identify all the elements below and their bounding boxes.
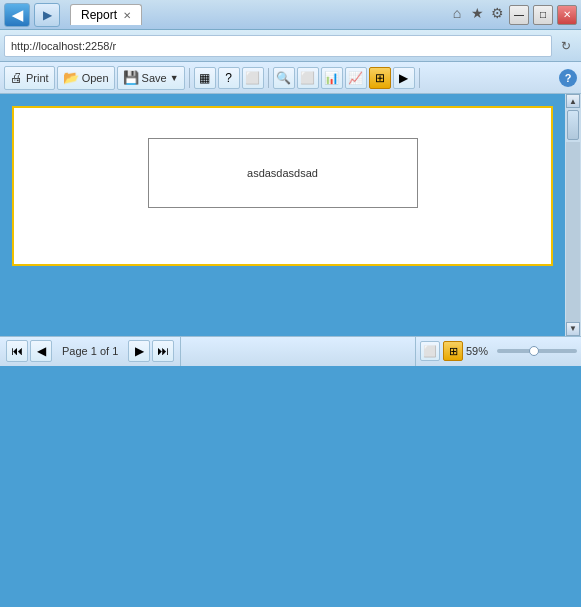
- title-bar-controls: ⌂ ★ ⚙ — □ ✕: [449, 5, 577, 25]
- tab-label: Report: [81, 8, 117, 22]
- save-dropdown-icon[interactable]: ▼: [170, 73, 179, 83]
- tb-btn-4[interactable]: 🔍: [273, 67, 295, 89]
- tb-btn-active[interactable]: ⊞: [369, 67, 391, 89]
- maximize-button[interactable]: □: [533, 5, 553, 25]
- close-button[interactable]: ✕: [557, 5, 577, 25]
- zoom-section: ⬜ ⊞ 59%: [415, 337, 581, 366]
- view-fit-button[interactable]: ⊞: [443, 341, 463, 361]
- address-input[interactable]: [4, 35, 552, 57]
- open-label: Open: [82, 72, 109, 84]
- tb-btn-7[interactable]: 📈: [345, 67, 367, 89]
- forward-button[interactable]: ▶: [34, 3, 60, 27]
- title-bar: ◀ ▶ Report ✕ ⌂ ★ ⚙ — □ ✕: [0, 0, 581, 30]
- browser-tab[interactable]: Report ✕: [70, 4, 142, 25]
- report-text: asdasdasdsad: [247, 167, 318, 179]
- zoom-slider[interactable]: [497, 349, 577, 353]
- print-label: Print: [26, 72, 49, 84]
- save-label: Save: [142, 72, 167, 84]
- favorites-icon[interactable]: ★: [469, 5, 485, 21]
- zoom-percent-label: 59%: [466, 345, 494, 357]
- first-page-button[interactable]: ⏮: [6, 340, 28, 362]
- minimize-button[interactable]: —: [509, 5, 529, 25]
- report-content-box: asdasdasdsad: [148, 138, 418, 208]
- separator-1: [189, 68, 190, 88]
- view-normal-button[interactable]: ⬜: [420, 341, 440, 361]
- prev-page-button[interactable]: ◀: [30, 340, 52, 362]
- next-page-button[interactable]: ▶: [128, 340, 150, 362]
- zoom-slider-thumb[interactable]: [529, 346, 539, 356]
- tb-btn-1[interactable]: ▦: [194, 67, 216, 89]
- report-scroll-area[interactable]: asdasdasdsad: [0, 94, 565, 336]
- tb-btn-5[interactable]: ⬜: [297, 67, 319, 89]
- back-button[interactable]: ◀: [4, 3, 30, 27]
- page-info-label: Page 1 of 1: [54, 345, 126, 357]
- title-bar-left: ◀ ▶ Report ✕: [4, 3, 142, 27]
- tb-btn-3[interactable]: ⬜: [242, 67, 264, 89]
- tb-btn-8[interactable]: ▶: [393, 67, 415, 89]
- tab-close-button[interactable]: ✕: [123, 10, 131, 21]
- save-button[interactable]: 💾 Save ▼: [117, 66, 185, 90]
- report-viewer: asdasdasdsad ▲ ▼: [0, 94, 581, 336]
- tb-btn-2[interactable]: ?: [218, 67, 240, 89]
- scroll-track[interactable]: [566, 142, 580, 322]
- save-icon: 💾: [123, 70, 139, 85]
- last-page-button[interactable]: ⏭: [152, 340, 174, 362]
- print-icon: 🖨: [10, 70, 23, 85]
- refresh-button[interactable]: ↻: [555, 35, 577, 57]
- browser-empty-area: [0, 366, 581, 608]
- separator-2: [268, 68, 269, 88]
- separator-3: [419, 68, 420, 88]
- report-page: asdasdasdsad: [12, 106, 553, 266]
- open-button[interactable]: 📂 Open: [57, 66, 115, 90]
- tb-btn-6[interactable]: 📊: [321, 67, 343, 89]
- report-toolbar: 🖨 Print 📂 Open 💾 Save ▼ ▦ ? ⬜ 🔍 ⬜ 📊 📈 ⊞ …: [0, 62, 581, 94]
- help-button[interactable]: ?: [559, 69, 577, 87]
- address-bar: ↻: [0, 30, 581, 62]
- vertical-scrollbar[interactable]: ▲ ▼: [565, 94, 581, 336]
- browser-window: ◀ ▶ Report ✕ ⌂ ★ ⚙ — □ ✕ ↻ 🖨 Print 📂 Ope…: [0, 0, 581, 607]
- print-button[interactable]: 🖨 Print: [4, 66, 55, 90]
- bottom-toolbar: ⏮ ◀ Page 1 of 1 ▶ ⏭ ⬜ ⊞ 59%: [0, 336, 581, 366]
- scroll-thumb[interactable]: [567, 110, 579, 140]
- open-icon: 📂: [63, 70, 79, 85]
- settings-icon[interactable]: ⚙: [489, 5, 505, 21]
- scroll-up-button[interactable]: ▲: [566, 94, 580, 108]
- scroll-down-button[interactable]: ▼: [566, 322, 580, 336]
- home-icon[interactable]: ⌂: [449, 5, 465, 21]
- page-nav-section: ⏮ ◀ Page 1 of 1 ▶ ⏭: [0, 337, 181, 366]
